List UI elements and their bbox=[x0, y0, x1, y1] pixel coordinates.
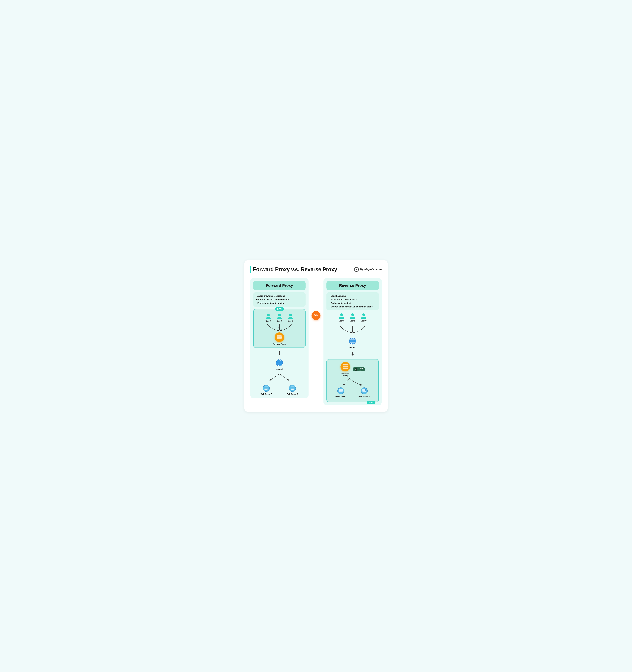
rp-proxy-icon bbox=[340, 362, 350, 371]
fp-lan-box: LAN User A Us bbox=[253, 309, 306, 348]
svg-point-57 bbox=[342, 389, 343, 390]
svg-point-33 bbox=[294, 389, 294, 389]
rp-servers-row: Web Server A Web Server B bbox=[329, 387, 376, 398]
reverse-proxy-features: · Load balancing · Protect from DDos att… bbox=[326, 292, 379, 310]
fp-users-row: User A User B User C bbox=[256, 313, 303, 322]
svg-point-66 bbox=[365, 391, 366, 392]
rp-feature-3: · Cache static content bbox=[329, 302, 376, 304]
fp-user-a-icon bbox=[265, 313, 272, 319]
rp-server-a-label: Web Server A bbox=[335, 395, 347, 398]
main-title: Forward Proxy v.s. Reverse Proxy bbox=[253, 266, 337, 273]
rp-feature-4: · Encrypt and decrypt SSL communications bbox=[329, 306, 376, 308]
reverse-proxy-title: Reverse Proxy bbox=[329, 283, 376, 288]
fp-lan-label: LAN bbox=[275, 307, 284, 311]
fp-user-c: User C bbox=[287, 313, 294, 322]
rp-globe-icon bbox=[348, 337, 357, 345]
rp-lan-box: ReverseProxy N NGINX Part of F5 bbox=[326, 359, 379, 402]
svg-point-34 bbox=[340, 313, 343, 316]
fp-server-a: Web Server A bbox=[260, 384, 272, 395]
fp-user-b-label: User B bbox=[277, 320, 282, 322]
fp-internet-arrows-svg bbox=[253, 373, 306, 381]
fp-server-a-icon bbox=[262, 384, 270, 392]
rp-nginx-badge: N NGINX Part of F5 bbox=[353, 367, 365, 371]
svg-marker-45 bbox=[352, 354, 354, 356]
rp-proxy-to-servers-arrows bbox=[329, 378, 376, 386]
rp-nginx-wrap: N NGINX Part of F5 bbox=[353, 367, 365, 371]
fp-proxy-icon bbox=[275, 332, 284, 342]
nginx-n-icon: N bbox=[355, 368, 357, 371]
rp-user-a-label: User A bbox=[339, 320, 345, 322]
fp-servers-row: Web Server A Web Server B bbox=[253, 384, 306, 395]
rp-proxy-nginx-row: ReverseProxy N NGINX Part of F5 bbox=[329, 362, 376, 377]
rp-server-b-icon bbox=[360, 387, 368, 395]
rp-user-c-icon bbox=[360, 313, 367, 319]
rp-server-a-icon bbox=[337, 387, 345, 395]
reverse-proxy-header: Reverse Proxy bbox=[326, 281, 379, 290]
rp-user-a-icon bbox=[338, 313, 345, 319]
rp-user-b-label: User B bbox=[350, 320, 356, 322]
svg-point-2 bbox=[278, 314, 281, 316]
brand-text: ByteByteGo.com bbox=[360, 268, 382, 271]
svg-point-32 bbox=[294, 388, 294, 388]
fp-server-b: Web Server B bbox=[286, 384, 298, 395]
fp-proxy-label: Forward Proxy bbox=[273, 343, 286, 345]
rp-internet-label: Internet bbox=[349, 346, 356, 349]
rp-proxy-server-icon bbox=[342, 364, 348, 369]
rp-users-row: User A User B User C bbox=[326, 313, 379, 322]
svg-point-51 bbox=[347, 368, 347, 368]
svg-point-24 bbox=[268, 387, 268, 387]
rp-internet-wrap: Internet bbox=[326, 337, 379, 349]
header: Forward Proxy v.s. Reverse Proxy ByteByt… bbox=[250, 266, 382, 273]
fp-user-c-label: User C bbox=[287, 320, 294, 322]
nginx-text-wrap: NGINX Part of F5 bbox=[358, 368, 363, 371]
fp-user-b: User B bbox=[276, 313, 283, 322]
fp-server-b-label: Web Server B bbox=[286, 393, 298, 395]
svg-point-50 bbox=[347, 366, 347, 367]
fp-arrows-svg bbox=[256, 323, 303, 332]
vs-text: VS bbox=[314, 314, 318, 317]
svg-point-65 bbox=[365, 390, 366, 391]
rp-user-b: User B bbox=[349, 313, 356, 322]
main-card: Forward Proxy v.s. Reverse Proxy ByteByt… bbox=[244, 260, 388, 412]
forward-proxy-title: Forward Proxy bbox=[256, 283, 303, 288]
rp-internet-to-proxy-arrow bbox=[326, 352, 379, 356]
rp-user-c: User C bbox=[360, 313, 367, 322]
header-title-wrap: Forward Proxy v.s. Reverse Proxy bbox=[250, 266, 337, 273]
rp-server-b: Web Server B bbox=[358, 387, 370, 398]
svg-point-3 bbox=[289, 314, 292, 316]
reverse-proxy-panel: Reverse Proxy · Load balancing · Protect… bbox=[324, 278, 382, 405]
fp-feature-1: · Avoid browsing restrictions bbox=[256, 295, 303, 297]
rp-server-b-label: Web Server B bbox=[358, 395, 370, 398]
rp-server-a: Web Server A bbox=[335, 387, 347, 398]
fp-proxy-node: Forward Proxy bbox=[273, 332, 286, 345]
fp-user-a: User A bbox=[265, 313, 272, 322]
rp-users-to-internet-arrows bbox=[326, 325, 379, 334]
svg-point-25 bbox=[268, 388, 268, 388]
fp-feature-3: · Protect user identity online bbox=[256, 302, 303, 304]
svg-point-64 bbox=[365, 389, 366, 390]
rp-users-arrows-svg bbox=[326, 325, 379, 334]
fp-internet-wrap: Internet bbox=[253, 359, 306, 370]
vs-badge: VS bbox=[311, 311, 321, 320]
svg-point-35 bbox=[351, 313, 354, 316]
fp-server-b-icon bbox=[288, 384, 296, 392]
title-bar-decoration bbox=[250, 266, 251, 273]
svg-point-31 bbox=[294, 387, 294, 387]
rp-down-arrow-svg bbox=[351, 352, 354, 356]
rp-proxy-node: ReverseProxy bbox=[340, 362, 350, 377]
fp-proxy-server-icon bbox=[276, 334, 282, 340]
fp-user-b-icon bbox=[276, 313, 283, 319]
svg-point-10 bbox=[281, 337, 281, 337]
svg-point-11 bbox=[281, 338, 281, 339]
svg-marker-13 bbox=[278, 354, 280, 355]
rp-user-b-icon bbox=[349, 313, 356, 319]
rp-user-c-label: User C bbox=[361, 320, 366, 322]
rp-proxy-label: ReverseProxy bbox=[342, 372, 349, 377]
rp-user-a: User A bbox=[338, 313, 345, 322]
fp-server-a-label: Web Server A bbox=[260, 393, 272, 395]
fp-internet-label: Internet bbox=[276, 368, 283, 370]
fp-proxy-node-wrap: Forward Proxy bbox=[256, 332, 303, 345]
rp-internet-node: Internet bbox=[348, 337, 357, 349]
rp-feature-2: · Protect from DDos attacks bbox=[329, 298, 376, 301]
forward-proxy-panel: Forward Proxy · Avoid browsing restricti… bbox=[250, 278, 308, 398]
